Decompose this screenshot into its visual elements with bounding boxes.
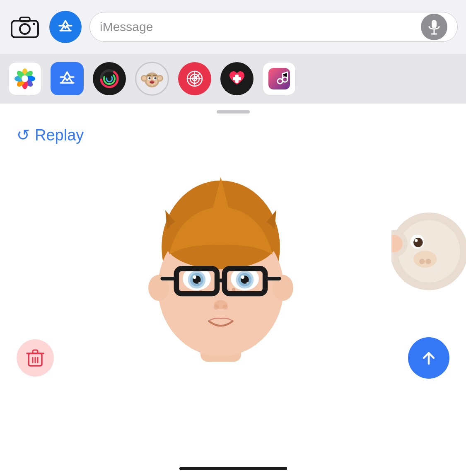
replay-button[interactable]: ↺ Replay <box>17 126 449 144</box>
svg-point-59 <box>232 288 235 292</box>
app-store-top-button[interactable] <box>49 10 82 43</box>
main-content: ↺ Replay <box>0 114 466 404</box>
radar-app-icon[interactable] <box>178 62 211 95</box>
sheet-handle <box>217 110 250 114</box>
svg-point-70 <box>241 275 244 279</box>
activity-app-icon[interactable] <box>93 62 126 95</box>
svg-point-33 <box>150 82 154 84</box>
svg-point-87 <box>415 239 418 242</box>
svg-point-90 <box>425 259 431 264</box>
photos-app-icon[interactable] <box>8 62 41 95</box>
app-icons-row <box>0 54 466 104</box>
bottom-actions <box>17 337 449 379</box>
send-button[interactable] <box>408 337 449 379</box>
monkey-peek <box>391 181 466 306</box>
svg-point-79 <box>214 304 219 310</box>
top-toolbar: iMessage <box>0 0 466 54</box>
svg-rect-93 <box>33 350 38 353</box>
camera-button[interactable] <box>8 10 41 43</box>
svg-point-71 <box>198 282 200 283</box>
svg-point-89 <box>419 259 425 264</box>
app-store-row-icon[interactable] <box>51 62 84 95</box>
svg-rect-41 <box>233 77 241 80</box>
app-container: iMessage <box>0 0 466 476</box>
svg-rect-5 <box>432 20 437 28</box>
svg-point-1 <box>20 24 30 34</box>
svg-point-21 <box>106 76 112 82</box>
svg-point-80 <box>222 304 228 310</box>
svg-point-31 <box>155 77 157 80</box>
svg-point-88 <box>413 251 437 268</box>
health-app-icon[interactable] <box>220 62 254 95</box>
svg-point-24 <box>142 76 146 80</box>
svg-point-26 <box>158 76 162 80</box>
svg-point-3 <box>33 23 35 25</box>
message-placeholder: iMessage <box>100 20 415 34</box>
svg-rect-2 <box>20 17 30 22</box>
svg-point-69 <box>193 275 196 279</box>
delete-button[interactable] <box>17 339 54 377</box>
music-app-icon[interactable] <box>263 62 296 95</box>
svg-point-86 <box>413 238 423 247</box>
svg-point-72 <box>246 282 248 283</box>
svg-point-20 <box>104 73 115 84</box>
sheet-body: ↺ Replay <box>0 114 466 476</box>
home-indicator <box>179 467 287 470</box>
sheet-handle-area <box>0 104 466 114</box>
svg-point-30 <box>149 77 151 80</box>
replay-icon: ↺ <box>17 126 30 144</box>
microphone-button[interactable] <box>421 14 447 40</box>
message-input[interactable]: iMessage <box>89 12 458 42</box>
animoji-app-icon[interactable] <box>135 62 169 96</box>
svg-point-16 <box>22 75 28 82</box>
replay-label: Replay <box>35 126 84 144</box>
